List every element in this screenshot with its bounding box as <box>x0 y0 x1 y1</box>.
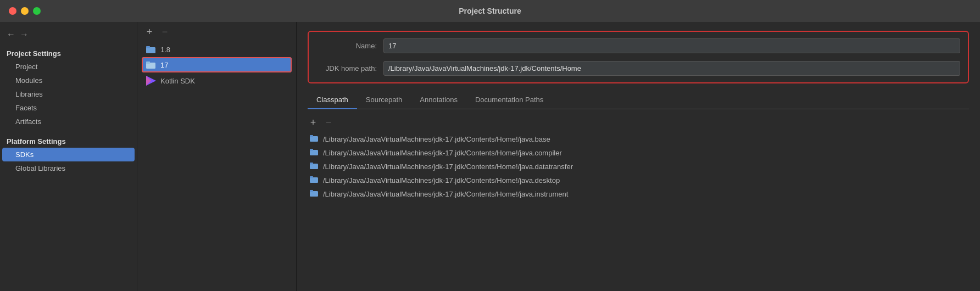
tabs-bar: Classpath Sourcepath Annotations Documen… <box>308 91 969 109</box>
sidebar-item-modules[interactable]: Modules <box>0 74 137 87</box>
global-libraries-label: Global Libraries <box>15 164 65 172</box>
name-input[interactable] <box>383 38 960 53</box>
libraries-label: Libraries <box>15 90 43 98</box>
sdk-list: 1.8 17 Kot <box>137 42 296 291</box>
folder-icon-17 <box>146 60 156 69</box>
back-arrow[interactable]: ← <box>7 30 15 40</box>
sidebar-item-global-libraries[interactable]: Global Libraries <box>0 161 137 175</box>
platform-settings-section: Platform Settings <box>0 133 137 148</box>
sdk-item-17[interactable]: 17 <box>142 57 292 72</box>
sdk-add-button[interactable]: + <box>144 26 155 37</box>
right-panel: Name: JDK home path: Classpath Sourcepat… <box>297 22 980 291</box>
nav-arrows: ← → <box>0 26 137 43</box>
path-folder-icon-0 <box>310 135 319 144</box>
svg-rect-1 <box>146 46 150 48</box>
path-item-2: /Library/Java/JavaVirtualMachines/jdk-17… <box>308 160 969 174</box>
sdk-remove-button[interactable]: − <box>159 26 170 37</box>
sdk-item-kotlin[interactable]: Kotlin SDK <box>142 72 292 89</box>
sdk-item-1.8[interactable]: 1.8 <box>142 42 292 57</box>
project-label: Project <box>15 63 37 71</box>
path-item-1: /Library/Java/JavaVirtualMachines/jdk-17… <box>308 146 969 160</box>
content-toolbar: + − <box>308 115 969 132</box>
sdk-item-1.8-label: 1.8 <box>160 46 170 54</box>
path-item-4: /Library/Java/JavaVirtualMachines/jdk-17… <box>308 187 969 201</box>
content-add-button[interactable]: + <box>308 117 319 128</box>
forward-arrow[interactable]: → <box>20 30 29 40</box>
sdk-toolbar: + − <box>137 22 296 42</box>
path-folder-icon-2 <box>310 162 319 171</box>
path-folder-icon-3 <box>310 176 319 185</box>
tab-sourcepath[interactable]: Sourcepath <box>357 91 411 109</box>
sdk-item-17-label: 17 <box>160 61 168 69</box>
path-folder-icon-1 <box>310 148 319 158</box>
svg-rect-15 <box>310 190 313 192</box>
path-text-3: /Library/Java/JavaVirtualMachines/jdk-17… <box>323 176 560 184</box>
sdks-label: SDKs <box>15 150 34 159</box>
sidebar-item-sdks[interactable]: SDKs <box>2 148 135 161</box>
sidebar: ← → Project Settings Project Modules Lib… <box>0 22 137 291</box>
path-item-0: /Library/Java/JavaVirtualMachines/jdk-17… <box>308 132 969 146</box>
modules-label: Modules <box>15 76 42 85</box>
sdk-details-group: Name: JDK home path: <box>308 31 969 83</box>
kotlin-icon <box>146 76 156 86</box>
sdk-item-kotlin-label: Kotlin SDK <box>160 77 195 85</box>
folder-icon-1.8 <box>146 45 156 54</box>
tab-documentation-paths[interactable]: Documentation Paths <box>466 91 552 109</box>
titlebar: Project Structure <box>0 0 980 22</box>
project-settings-section: Project Settings <box>0 45 137 60</box>
content-remove-button[interactable]: − <box>323 117 334 128</box>
svg-rect-13 <box>310 176 313 178</box>
svg-rect-11 <box>310 163 313 165</box>
sidebar-item-libraries[interactable]: Libraries <box>0 87 137 101</box>
artifacts-label: Artifacts <box>15 117 41 126</box>
svg-rect-7 <box>310 135 313 137</box>
path-text-4: /Library/Java/JavaVirtualMachines/jdk-17… <box>323 190 568 198</box>
tab-annotations[interactable]: Annotations <box>411 91 466 109</box>
jdk-label: JDK home path: <box>316 64 377 72</box>
window-title: Project Structure <box>459 7 521 15</box>
path-text-2: /Library/Java/JavaVirtualMachines/jdk-17… <box>323 163 573 171</box>
close-button[interactable] <box>9 7 16 15</box>
jdk-path-row: JDK home path: <box>316 61 960 76</box>
path-item-3: /Library/Java/JavaVirtualMachines/jdk-17… <box>308 174 969 187</box>
sidebar-item-facets[interactable]: Facets <box>0 101 137 115</box>
path-text-1: /Library/Java/JavaVirtualMachines/jdk-17… <box>323 149 562 157</box>
sdk-panel: + − 1.8 <box>137 22 297 291</box>
facets-label: Facets <box>15 104 37 112</box>
name-row: Name: <box>316 38 960 53</box>
jdk-path-input[interactable] <box>383 61 960 76</box>
minimize-button[interactable] <box>21 7 29 15</box>
svg-rect-3 <box>146 61 150 64</box>
window-controls <box>9 7 41 15</box>
path-list: /Library/Java/JavaVirtualMachines/jdk-17… <box>308 132 969 282</box>
main-content: ← → Project Settings Project Modules Lib… <box>0 22 980 291</box>
path-folder-icon-4 <box>310 189 319 199</box>
maximize-button[interactable] <box>33 7 41 15</box>
svg-rect-9 <box>310 149 313 151</box>
sidebar-item-artifacts[interactable]: Artifacts <box>0 115 137 128</box>
tab-classpath[interactable]: Classpath <box>308 91 357 109</box>
path-text-0: /Library/Java/JavaVirtualMachines/jdk-17… <box>323 135 550 143</box>
sidebar-item-project[interactable]: Project <box>0 60 137 74</box>
name-label: Name: <box>316 42 377 50</box>
